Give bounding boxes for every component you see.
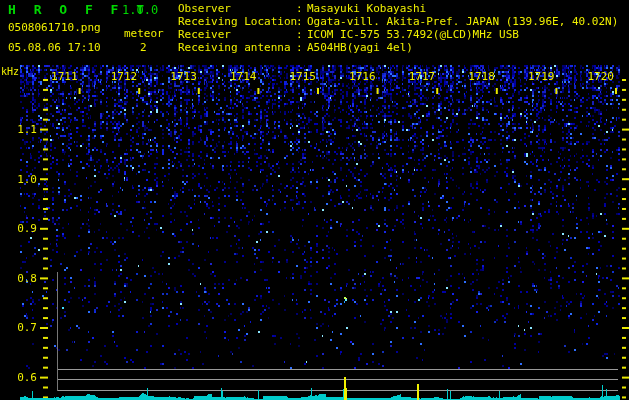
spectrogram-canvas	[0, 0, 629, 400]
time-tick-label: 1717	[408, 70, 435, 83]
time-tick-label: 1712	[110, 70, 137, 83]
freq-tick-label: 0.7	[0, 321, 37, 334]
time-tick-label: 1719	[527, 70, 554, 83]
info-value: ICOM IC-575 53.7492(@LCD)MHz USB	[307, 28, 519, 41]
info-separator: :	[296, 15, 307, 28]
freq-tick-label: 0.9	[0, 222, 37, 235]
time-tick-label: 1713	[170, 70, 197, 83]
time-tick-label: 1716	[349, 70, 376, 83]
info-value: A504HB(yagi 4el)	[307, 41, 413, 54]
output-filename: 0508061710.png	[8, 21, 101, 34]
observation-mode: meteor	[124, 27, 164, 40]
info-label: Observer	[178, 2, 296, 15]
info-separator: :	[296, 41, 307, 54]
hrofft-spectrogram-screen: H R O F F T 1.0.0 0508061710.png meteor …	[0, 0, 629, 400]
time-tick-label: 1711	[51, 70, 78, 83]
info-value: Masayuki Kobayashi	[307, 2, 426, 15]
time-tick-label: 1720	[587, 70, 614, 83]
info-row-receiver: Receiver:ICOM IC-575 53.7492(@LCD)MHz US…	[178, 28, 618, 41]
time-tick-label: 1718	[468, 70, 495, 83]
time-tick-label: 1715	[289, 70, 316, 83]
freq-tick-label: 0.8	[0, 272, 37, 285]
observation-datetime: 05.08.06 17:10	[8, 41, 101, 54]
info-label: Receiver	[178, 28, 296, 41]
info-row-location: Receiving Location:Ogata-vill. Akita-Pre…	[178, 15, 618, 28]
freq-tick-label: 1.1	[0, 123, 37, 136]
freq-axis-unit: kHz	[1, 66, 19, 77]
info-label: Receiving Location	[178, 15, 296, 28]
app-version: 1.0.0	[122, 3, 158, 17]
freq-tick-label: 1.0	[0, 173, 37, 186]
info-row-observer: Observer:Masayuki Kobayashi	[178, 2, 618, 15]
info-label: Receiving antenna	[178, 41, 296, 54]
freq-tick-label: 0.6	[0, 371, 37, 384]
info-row-antenna: Receiving antenna:A504HB(yagi 4el)	[178, 41, 618, 54]
meteor-echo-count: 2	[140, 41, 147, 54]
info-value: Ogata-vill. Akita-Pref. JAPAN (139.96E, …	[307, 15, 618, 28]
time-tick-label: 1714	[229, 70, 256, 83]
info-separator: :	[296, 28, 307, 41]
info-separator: :	[296, 2, 307, 15]
station-info: Observer:Masayuki Kobayashi Receiving Lo…	[178, 2, 618, 54]
